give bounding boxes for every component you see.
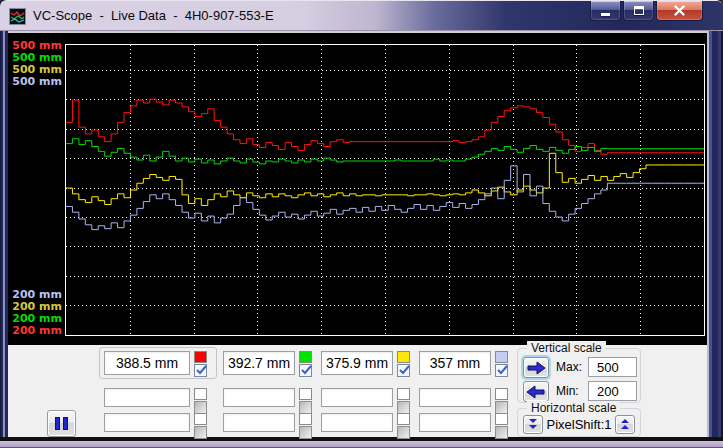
vc-scope-window: VC-Scope - Live Data - 4H0-907-553-E 500… — [0, 0, 723, 448]
measurement-cell — [223, 388, 312, 414]
window-border-bottom — [0, 441, 723, 448]
trace-color-swatch — [397, 388, 410, 400]
pause-icon — [55, 417, 68, 430]
trace-color-swatch — [495, 413, 508, 425]
measurement-value-field[interactable] — [321, 413, 393, 432]
window-border-left — [0, 31, 8, 441]
horizontal-scale-group: Horizontal scale PixelShift:1 — [517, 408, 641, 437]
left-arrow-icon — [526, 385, 546, 399]
trace-color-swatch — [299, 413, 312, 425]
min-label: Min: — [556, 384, 579, 398]
pixelshift-increase-button[interactable] — [615, 415, 635, 434]
measurement-cell — [321, 413, 410, 439]
minimize-button[interactable] — [590, 1, 621, 21]
trace-color-swatch — [194, 388, 207, 400]
minimize-icon — [601, 13, 610, 16]
measurement-cell: 375.9 mm — [321, 351, 410, 377]
maximize-button[interactable] — [623, 1, 654, 21]
trace-enable-checkbox[interactable] — [194, 364, 207, 377]
controls-panel: 388.5 mm 392.7 mm 375.9 mm 357 mm — [8, 345, 707, 437]
max-label: Max: — [556, 360, 582, 374]
measurement-value-field[interactable]: 375.9 mm — [321, 351, 393, 375]
trace-enable-checkbox[interactable] — [299, 426, 312, 439]
horizontal-scale-title: Horizontal scale — [527, 401, 620, 415]
trace-enable-checkbox[interactable] — [194, 426, 207, 439]
pixelshift-decrease-button[interactable] — [523, 415, 543, 434]
window-controls — [590, 1, 703, 21]
right-arrow-icon — [526, 361, 546, 375]
trace-color-swatch — [194, 413, 207, 425]
measurement-value-field[interactable] — [104, 388, 190, 407]
measurement-cell — [104, 388, 207, 414]
double-down-arrow-icon — [528, 418, 538, 431]
trace-enable-checkbox[interactable] — [299, 364, 312, 377]
vertical-scale-title: Vertical scale — [527, 341, 606, 355]
app-icon — [9, 8, 26, 25]
trace-enable-checkbox[interactable] — [495, 364, 508, 377]
measurement-cell — [223, 413, 312, 439]
measurement-value-field[interactable] — [419, 388, 491, 407]
double-up-arrow-icon — [620, 418, 630, 431]
trace-enable-checkbox[interactable] — [495, 426, 508, 439]
measurement-cell: 357 mm — [419, 351, 508, 377]
trace-color-swatch — [194, 351, 207, 363]
pixelshift-value: PixelShift:1 — [546, 417, 612, 432]
measurement-value-field[interactable] — [321, 388, 393, 407]
scope-display: 500 mm 500 mm 500 mm 500 mm 200 mm 200 m… — [8, 31, 707, 345]
scope-plot — [66, 45, 704, 335]
trace-color-swatch — [299, 388, 312, 400]
trace-color-swatch — [397, 413, 410, 425]
y-axis-min-labels: 200 mm 200 mm 200 mm 200 mm — [8, 289, 62, 337]
close-icon — [674, 5, 685, 16]
window-border-right — [707, 31, 723, 441]
close-button[interactable] — [656, 1, 703, 21]
trace-color-swatch — [397, 351, 410, 363]
measurement-cell — [321, 388, 410, 414]
axis-label: 200 mm — [8, 325, 62, 337]
trace-color-swatch — [299, 351, 312, 363]
measurement-cell: 392.7 mm — [223, 351, 312, 377]
trace-enable-checkbox[interactable] — [397, 426, 410, 439]
max-value-input[interactable] — [588, 357, 637, 377]
trace-color-swatch — [495, 388, 508, 400]
measurement-value-field[interactable] — [223, 413, 295, 432]
measurement-value-field[interactable] — [223, 388, 295, 407]
measurement-value-field[interactable] — [419, 413, 491, 432]
window-title: VC-Scope - Live Data - 4H0-907-553-E — [33, 1, 274, 31]
measurement-value-field[interactable]: 392.7 mm — [223, 351, 295, 375]
vertical-scale-group: Vertical scale Max: Min: — [517, 348, 641, 403]
measurement-value-field[interactable] — [104, 413, 190, 432]
trace-enable-checkbox[interactable] — [397, 364, 410, 377]
min-value-input[interactable] — [588, 381, 637, 401]
pause-button[interactable] — [47, 410, 76, 437]
y-axis-max-labels: 500 mm 500 mm 500 mm 500 mm — [8, 40, 62, 88]
measurement-value-field[interactable]: 357 mm — [419, 351, 491, 375]
measurement-cell — [419, 388, 508, 414]
measurement-cell — [419, 413, 508, 439]
trace-color-swatch — [495, 351, 508, 363]
scope-plot-frame — [65, 44, 705, 336]
maximize-icon — [634, 6, 644, 15]
measurement-cell: 388.5 mm — [104, 351, 207, 377]
scale-max-apply-button[interactable] — [523, 357, 549, 378]
scale-min-apply-button[interactable] — [523, 381, 549, 402]
axis-label: 500 mm — [8, 76, 62, 88]
measurement-cell — [104, 413, 207, 439]
titlebar[interactable]: VC-Scope - Live Data - 4H0-907-553-E — [0, 0, 723, 31]
measurement-value-field[interactable]: 388.5 mm — [104, 351, 190, 375]
